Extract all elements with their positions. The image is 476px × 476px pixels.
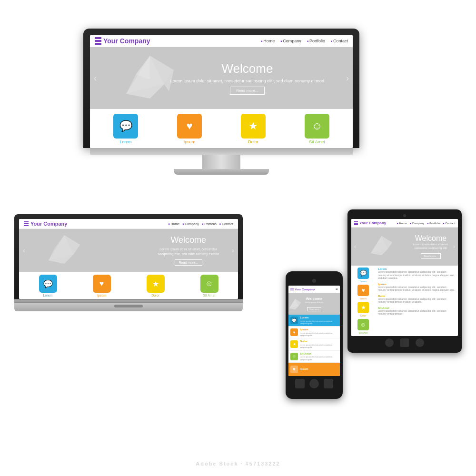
phone-menu-icon[interactable]: ≡	[336, 287, 338, 291]
tablet-home-btn[interactable]	[385, 338, 394, 347]
tablet-icon-star: ★	[357, 302, 369, 313]
tablet-icon-chat: 💬	[357, 268, 369, 279]
feature-ipsum: ♥ Ipsum	[177, 114, 202, 144]
monitor-feature-icons: 💬 Lorem ♥ Ipsum ★ Dolor ☺ Sit Amet	[90, 109, 353, 148]
icon-star: ★	[241, 114, 266, 139]
tablet-nav: Home Company Portfolio Contact	[397, 222, 455, 225]
tablet-icon-ipsum: ♥ Ipsum	[353, 285, 373, 300]
tablet-icon-lorem: 💬 Lorem	[353, 268, 373, 283]
hero-subtitle: Lorem ipsum dolor sit amet, consetetur s…	[170, 78, 324, 84]
phone-item-body-dolor: Lorem ipsum dolor sit amet consetetur sa…	[300, 344, 338, 348]
laptop-hero-btn[interactable]: Read more...	[175, 259, 202, 266]
phone-list-item-dolor[interactable]: ★ Dolor Lorem ipsum dolor sit amet conse…	[288, 338, 340, 350]
laptop-feature-sit-amet: ☺ Sit Amet	[200, 275, 218, 297]
tablet-screen: Your Company Home Company Portfolio Cont…	[351, 219, 458, 336]
phone-recent-btn[interactable]	[324, 379, 333, 388]
laptop-hero-subtitle: Lorem ipsum dolor sit amet, consetetursa…	[158, 247, 219, 257]
tablet-label-lorem: Lorem	[360, 280, 367, 283]
tablet-text-ipsum: Ipsum Lorem ipsum dolor sit amet, conset…	[378, 283, 455, 292]
phone-item-title-lorem: Lorem	[300, 316, 338, 320]
laptop-icon-star: ★	[147, 275, 165, 293]
tablet-hero-arrow-left[interactable]: ‹	[354, 243, 356, 250]
nav-contact: Contact	[331, 39, 348, 43]
label-sit-amet: Sit Amet	[309, 139, 325, 144]
laptop-logo: Your Company	[24, 221, 67, 227]
laptop-hero-title: Welcome	[158, 235, 219, 245]
tablet-hero-btn[interactable]: Read more...	[421, 253, 441, 259]
laptop-feature-lorem: 💬 Lorem	[39, 275, 57, 297]
tablet-header: Your Company Home Company Portfolio Cont…	[351, 219, 458, 228]
tablet-label-ipsum: Ipsum	[360, 297, 367, 300]
phone-device: Your Company ≡ Welcome Lorem ipsum sit a…	[286, 271, 343, 399]
phone-item-body-ipsum: Lorem ipsum dolor sit amet consetetur sa…	[300, 332, 338, 337]
tablet-camera	[403, 214, 406, 217]
tablet-icon-dolor: ★ Dolor	[353, 302, 373, 317]
laptop-icon-heart: ♥	[93, 275, 111, 293]
phone-camera	[312, 279, 316, 283]
phone-cta-icon: ♥	[290, 366, 298, 373]
nav-portfolio: Portfolio	[307, 39, 325, 43]
phone-home-btn[interactable]	[309, 379, 319, 388]
phone-company-name: Your Company	[295, 288, 315, 291]
icon-heart: ♥	[177, 114, 202, 139]
laptop-nav: Home Company Portfolio Contact	[168, 222, 233, 226]
hero-title: Welcome	[170, 61, 324, 76]
tablet-back-btn[interactable]	[400, 338, 409, 347]
laptop-label-lorem: Lorem	[43, 294, 53, 297]
watermark: Adobe Stock · #57133222	[0, 461, 476, 466]
tablet-text-body-lorem: Lorem ipsum dolor sit amet, consetetur s…	[378, 270, 455, 280]
phone-hero-btn[interactable]: Read more	[307, 307, 321, 311]
tablet-origami-icon	[368, 234, 395, 258]
tablet-home-row	[351, 336, 458, 348]
nav-company: Company	[280, 39, 301, 43]
tablet-text-body-ipsum: Lorem ipsum dolor sit amet, consetetur s…	[378, 286, 455, 292]
laptop-device: Your Company Home Company Portfolio Cont…	[14, 214, 243, 311]
phone-home-row	[288, 376, 340, 389]
tablet-label-dolor: Dolor	[360, 314, 366, 317]
feature-dolor: ★ Dolor	[241, 114, 266, 144]
laptop-nav-contact: Contact	[219, 222, 233, 226]
tablet-text-col: Lorem Lorem ipsum dolor sit amet, conset…	[375, 266, 458, 336]
tablet-label-sit-amet: Sit Amet	[359, 331, 368, 334]
phone-list-icon-smile: ☺	[290, 353, 298, 360]
tablet-recent-btn[interactable]	[416, 338, 424, 347]
laptop-origami-bird-icon	[45, 232, 83, 268]
phone-hero: Welcome Lorem ipsum sit amet Read more	[288, 293, 340, 315]
company-name: Your Company	[103, 37, 150, 45]
laptop-hero-arrow-left[interactable]: ‹	[23, 247, 25, 254]
tablet-text-dolor: Dolor Lorem ipsum dolor sit amet, conset…	[378, 295, 455, 304]
hero-arrow-left[interactable]: ‹	[94, 73, 97, 83]
phone-list-item-lorem[interactable]: 💬 Lorem Lorem ipsum dolor sit amet conse…	[288, 315, 340, 327]
tablet-hero-arrow-right[interactable]: ›	[453, 243, 455, 250]
phone-screen: Your Company ≡ Welcome Lorem ipsum sit a…	[288, 286, 340, 376]
tablet-nav-home: Home	[397, 222, 407, 225]
phone-item-body-sit-amet: Lorem ipsum dolor sit amet consetetur sa…	[300, 356, 338, 360]
icon-chat: 💬	[113, 114, 138, 139]
hero-button[interactable]: Read more...	[230, 87, 264, 95]
label-ipsum: Ipsum	[184, 139, 196, 144]
phone-cta-row: ♥ Ipsum	[288, 363, 340, 376]
phone-back-btn[interactable]	[295, 379, 305, 388]
hero-arrow-right[interactable]: ›	[346, 73, 349, 83]
tablet-hero-sub: Lorem ipsum dolor sit amet,consetetur sa…	[413, 243, 448, 250]
phone-list-item-ipsum[interactable]: ♥ Ipsum Lorem ipsum dolor sit amet conse…	[288, 327, 340, 338]
phone-hero-title: Welcome	[305, 297, 323, 301]
tablet-icon-smile: ☺	[357, 319, 369, 330]
feature-sit-amet: ☺ Sit Amet	[305, 114, 329, 144]
laptop-hero-arrow-right[interactable]: ›	[232, 247, 234, 254]
tablet-text-sit-amet: Sit Amet Lorem ipsum dolor sit amet, con…	[378, 307, 455, 316]
phone-list-item-sit-amet[interactable]: ☺ Sit Amet Lorem ipsum dolor sit amet co…	[288, 351, 340, 363]
tablet-company-name: Your Company	[359, 221, 386, 225]
monitor-device: Your Company Home Company Portfolio Cont…	[83, 29, 359, 175]
phone-origami-icon	[288, 298, 302, 311]
laptop-nav-portfolio: Portfolio	[202, 222, 217, 226]
laptop-feature-dolor: ★ Dolor	[147, 275, 165, 297]
tablet-nav-company: Company	[410, 222, 425, 225]
icon-smile: ☺	[305, 114, 329, 139]
laptop-feature-icons: 💬 Lorem ♥ Ipsum ★ Dolor ☺ Sit Amet	[19, 272, 238, 299]
laptop-label-dolor: Dolor	[151, 294, 159, 297]
tablet-hero-title: Welcome	[413, 234, 448, 243]
laptop-nav-company: Company	[182, 222, 199, 226]
phone-item-title-ipsum: Ipsum	[300, 328, 338, 332]
phone-item-title-sit-amet: Sit Amet	[300, 352, 338, 356]
